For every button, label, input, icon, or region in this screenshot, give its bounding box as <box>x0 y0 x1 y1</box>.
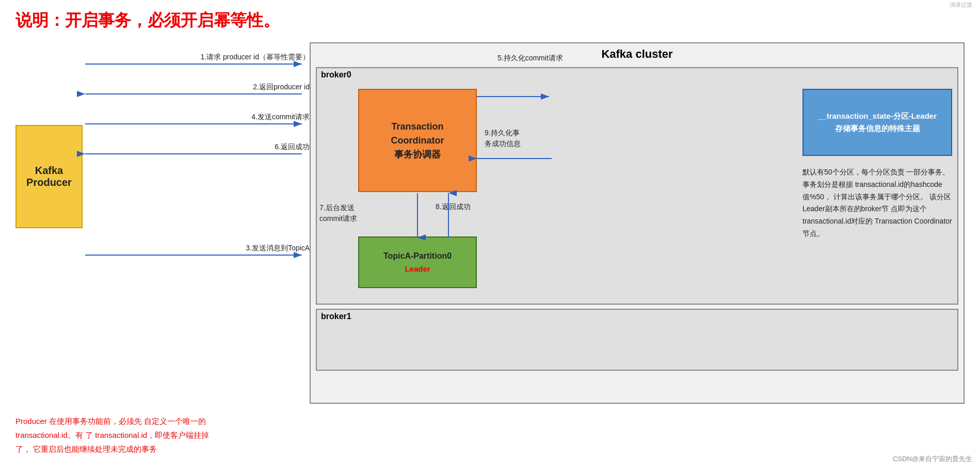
transaction-coordinator-box: Transaction Coordinator 事务协调器 <box>358 89 477 192</box>
step8-label: 8.返回成功 <box>436 202 471 212</box>
kafka-producer-box: KafkaProducer <box>15 125 83 228</box>
tc-line3: 事务协调器 <box>394 148 441 162</box>
kafka-cluster-section: Kafka cluster broker0 Transaction Coordi… <box>310 42 965 404</box>
page-title: 说明：开启事务，必须开启幂等性。 <box>15 11 280 29</box>
topica-partition-box: TopicA-Partition0 Leader <box>358 236 477 288</box>
step4-label: 4.发送commit请求 <box>251 113 310 122</box>
page-wrapper: 演讲过渡 说明：开启事务，必须开启幂等性。 KafkaProducer 1.请求… <box>0 0 980 466</box>
topica-line1: TopicA-Partition0 <box>383 249 452 263</box>
kafka-cluster-outer: Kafka cluster broker0 Transaction Coordi… <box>310 42 965 404</box>
step9-label: 9.持久化事 务成功信息 <box>485 128 521 149</box>
top-right-label: 演讲过渡 <box>950 1 972 9</box>
ts-line2: 存储事务信息的特殊主题 <box>835 122 920 135</box>
tc-line2: Coordinator <box>391 134 444 148</box>
bottom-left-text: Producer 在使用事务功能前，必须先 自定义一个唯一的 transacti… <box>15 414 222 456</box>
step7-label: 7.后台发送 commit请求 <box>319 202 357 224</box>
step1-label: 1.请求 producer id（幂等性需要） <box>200 53 310 62</box>
topica-leader-label: Leader <box>405 263 430 275</box>
step5-label: 5.持久化commit请求 <box>497 54 563 63</box>
description-text: 默认有50个分区，每个分区负责 一部分事务。事务划分是根据 transactio… <box>802 166 952 240</box>
ts-line1: __transaction_state-分区-Leader <box>818 110 937 122</box>
description-content: 默认有50个分区，每个分区负责 一部分事务。事务划分是根据 transactio… <box>802 168 952 238</box>
step6-label: 6.返回成功 <box>275 143 310 152</box>
left-section: KafkaProducer 1.请求 producer id（幂等性需要） 2.… <box>15 42 310 311</box>
broker0-box: broker0 Transaction Coordinator 事务协调器 __… <box>316 67 958 305</box>
step2-label: 2.返回producer id <box>253 83 310 92</box>
kafka-producer-label: KafkaProducer <box>26 165 72 188</box>
transaction-state-box: __transaction_state-分区-Leader 存储事务信息的特殊主… <box>802 89 952 156</box>
kafka-cluster-title: Kafka cluster <box>311 43 963 63</box>
watermark: CSDN@来自宁宙的普先生 <box>893 454 972 464</box>
title-bar: 说明：开启事务，必须开启幂等性。 <box>15 9 965 32</box>
tc-line1: Transaction <box>391 120 443 134</box>
broker1-box: broker1 <box>316 309 958 371</box>
bottom-text-content: Producer 在使用事务功能前，必须先 自定义一个唯一的 transacti… <box>15 417 209 453</box>
broker0-label: broker0 <box>317 68 957 82</box>
broker1-label: broker1 <box>317 310 957 323</box>
step3-label: 3.发送消息到TopicA <box>246 244 310 253</box>
